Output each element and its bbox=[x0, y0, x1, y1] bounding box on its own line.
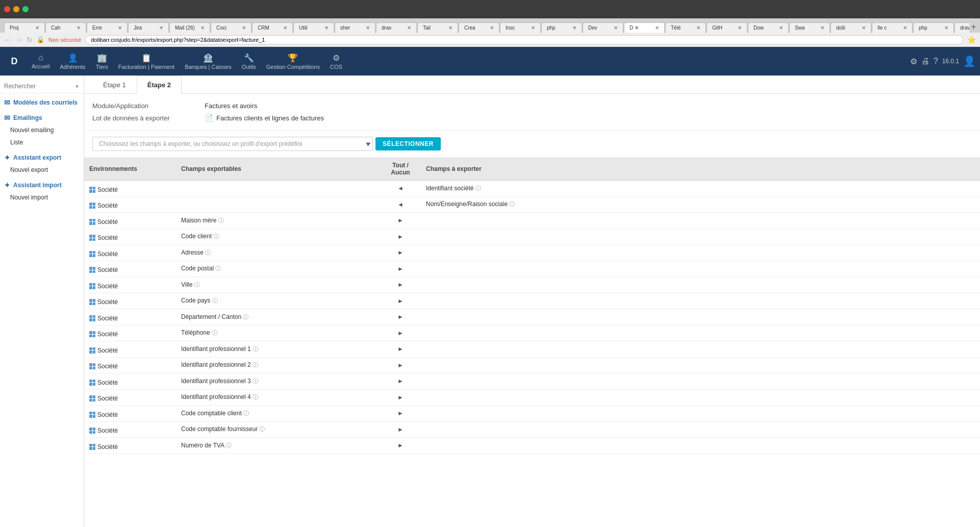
info-icon[interactable]: ⓘ bbox=[253, 346, 258, 352]
cell-arrow[interactable]: ► bbox=[380, 261, 421, 277]
info-icon[interactable]: ⓘ bbox=[218, 217, 224, 223]
nav-item-cos[interactable]: ⚙COS bbox=[325, 49, 347, 74]
arrow-left-icon[interactable]: ◄ bbox=[397, 201, 404, 208]
nav-item-tiers[interactable]: 🏢Tiers bbox=[91, 49, 113, 74]
browser-tab[interactable]: Swa✕ bbox=[789, 22, 830, 33]
browser-tab[interactable]: drav✕ bbox=[376, 22, 417, 33]
info-icon[interactable]: ⓘ bbox=[243, 410, 249, 416]
info-icon[interactable]: ⓘ bbox=[259, 426, 265, 432]
arrow-right-icon[interactable]: ► bbox=[397, 345, 404, 353]
nav-item-adh-rents[interactable]: 👤Adhérents bbox=[55, 49, 90, 74]
browser-tab[interactable]: Erre✕ bbox=[87, 22, 128, 33]
cell-arrow[interactable]: ► bbox=[380, 389, 421, 406]
cell-arrow[interactable]: ► bbox=[380, 213, 421, 229]
nav-item-outils[interactable]: 🔧Outils bbox=[237, 49, 261, 74]
step-tab-2[interactable]: Étape 2 bbox=[137, 76, 182, 94]
browser-tab[interactable]: Mail (26)✕ bbox=[169, 22, 210, 33]
step-tab-1[interactable]: Étape 1 bbox=[92, 76, 137, 94]
arrow-right-icon[interactable]: ► bbox=[397, 394, 404, 401]
arrow-left-icon[interactable]: ◄ bbox=[397, 185, 404, 192]
cell-arrow[interactable]: ► bbox=[380, 293, 421, 309]
cell-arrow[interactable]: ► bbox=[380, 438, 421, 454]
profile-select[interactable]: Choisissez les champs à exporter, ou cho… bbox=[92, 137, 373, 151]
arrow-right-icon[interactable]: ► bbox=[397, 330, 404, 337]
cell-arrow[interactable]: ► bbox=[380, 373, 421, 390]
info-export-icon[interactable]: ⓘ bbox=[475, 185, 481, 191]
nav-item-banques---caisses[interactable]: 🏦Banques | Caisses bbox=[180, 49, 237, 74]
arrow-right-icon[interactable]: ► bbox=[397, 426, 404, 433]
info-icon[interactable]: ⓘ bbox=[243, 314, 248, 320]
arrow-right-icon[interactable]: ► bbox=[397, 233, 404, 240]
cell-arrow[interactable]: ► bbox=[380, 421, 421, 438]
arrow-right-icon[interactable]: ► bbox=[397, 249, 404, 256]
settings-icon[interactable]: ⚙ bbox=[910, 57, 917, 66]
cell-arrow[interactable]: ► bbox=[380, 245, 421, 261]
sidebar-item-nouvel-export[interactable]: Nouvel export bbox=[0, 164, 84, 176]
info-icon[interactable]: ⓘ bbox=[194, 282, 200, 288]
browser-tab[interactable]: drav✕ bbox=[954, 22, 969, 33]
info-icon[interactable]: ⓘ bbox=[253, 378, 258, 384]
browser-tab[interactable]: Cah✕ bbox=[45, 22, 86, 33]
cell-arrow[interactable]: ► bbox=[380, 309, 421, 325]
sidebar-section-modeles[interactable]: ✉ Modèles des courriels bbox=[0, 93, 84, 109]
cell-arrow[interactable]: ► bbox=[380, 229, 421, 245]
arrow-right-icon[interactable]: ► bbox=[397, 362, 404, 369]
cell-arrow[interactable]: ► bbox=[380, 357, 421, 373]
info-icon[interactable]: ⓘ bbox=[253, 394, 258, 400]
cell-arrow[interactable]: ► bbox=[380, 277, 421, 293]
arrow-right-icon[interactable]: ► bbox=[397, 265, 404, 272]
info-icon[interactable]: ⓘ bbox=[213, 233, 219, 239]
user-icon[interactable]: 👤 bbox=[963, 55, 976, 67]
browser-tab[interactable]: CRM✕ bbox=[252, 22, 293, 33]
browser-tab[interactable]: Jira✕ bbox=[128, 22, 169, 33]
arrow-right-icon[interactable]: ► bbox=[397, 442, 404, 449]
arrow-right-icon[interactable]: ► bbox=[397, 313, 404, 320]
nav-item-gestion-comp-titions[interactable]: 🏆Gestion Compétitions bbox=[261, 49, 325, 74]
cell-arrow[interactable]: ► bbox=[380, 406, 421, 422]
browser-tab[interactable]: Télé✕ bbox=[665, 22, 706, 33]
sidebar-section-export[interactable]: ✦ Assistant export bbox=[0, 148, 84, 164]
arrow-right-icon[interactable]: ► bbox=[397, 217, 404, 224]
arrow-right-icon[interactable]: ► bbox=[397, 281, 404, 288]
browser-tab[interactable]: Coci✕ bbox=[211, 22, 252, 33]
arrow-right-icon[interactable]: ► bbox=[397, 297, 404, 305]
info-icon[interactable]: ⓘ bbox=[212, 330, 217, 336]
arrow-right-icon[interactable]: ► bbox=[397, 378, 404, 385]
cell-arrow[interactable]: ◄ bbox=[380, 196, 421, 213]
select-button[interactable]: SÉLECTIONNER bbox=[375, 137, 441, 150]
sidebar-item-liste[interactable]: Liste bbox=[0, 136, 84, 148]
nav-item-accueil[interactable]: ⌂Accueil bbox=[27, 49, 55, 74]
info-icon[interactable]: ⓘ bbox=[205, 249, 211, 256]
sidebar-item-nouvel-import[interactable]: Nouvel import bbox=[0, 191, 84, 204]
browser-tab[interactable]: Insc✕ bbox=[500, 22, 541, 33]
sidebar-section-emailings[interactable]: ✉ Emailings bbox=[0, 109, 84, 124]
browser-tab[interactable]: php✕ bbox=[913, 22, 954, 33]
browser-tab[interactable]: Utili✕ bbox=[293, 22, 334, 33]
info-icon[interactable]: ⓘ bbox=[226, 442, 232, 448]
browser-tab[interactable]: sher✕ bbox=[335, 22, 375, 33]
sidebar-item-nouvel-emailing[interactable]: Nouvel emailing bbox=[0, 124, 84, 136]
address-input[interactable] bbox=[85, 35, 963, 44]
browser-tab[interactable]: php✕ bbox=[541, 22, 582, 33]
search-input[interactable] bbox=[4, 83, 72, 90]
cell-arrow[interactable]: ◄ bbox=[380, 181, 421, 197]
cell-arrow[interactable]: ► bbox=[380, 341, 421, 358]
browser-tab[interactable]: Tail✕ bbox=[417, 22, 458, 33]
help-icon[interactable]: ? bbox=[934, 57, 938, 66]
browser-tab[interactable]: Ile c✕ bbox=[872, 22, 913, 33]
browser-tab[interactable]: Dow✕ bbox=[748, 22, 789, 33]
nav-item-facturation---paiement[interactable]: 📋Facturation | Paiement bbox=[113, 49, 180, 74]
browser-tab[interactable]: dolii✕ bbox=[831, 22, 871, 33]
browser-tab[interactable]: Dev✕ bbox=[583, 22, 623, 33]
info-icon[interactable]: ⓘ bbox=[253, 362, 258, 368]
info-icon[interactable]: ⓘ bbox=[215, 265, 221, 271]
browser-tab[interactable]: Crea✕ bbox=[459, 22, 499, 33]
info-icon[interactable]: ⓘ bbox=[212, 297, 218, 304]
browser-tab[interactable]: GitH✕ bbox=[707, 22, 747, 33]
info-export-icon[interactable]: ⓘ bbox=[509, 201, 515, 207]
browser-tab[interactable]: Proj✕ bbox=[4, 22, 45, 33]
arrow-right-icon[interactable]: ► bbox=[397, 410, 404, 417]
sidebar-section-import[interactable]: ✦ Assistant import bbox=[0, 176, 84, 191]
cell-arrow[interactable]: ► bbox=[380, 325, 421, 341]
browser-tab[interactable]: D ✕✕ bbox=[624, 22, 665, 33]
